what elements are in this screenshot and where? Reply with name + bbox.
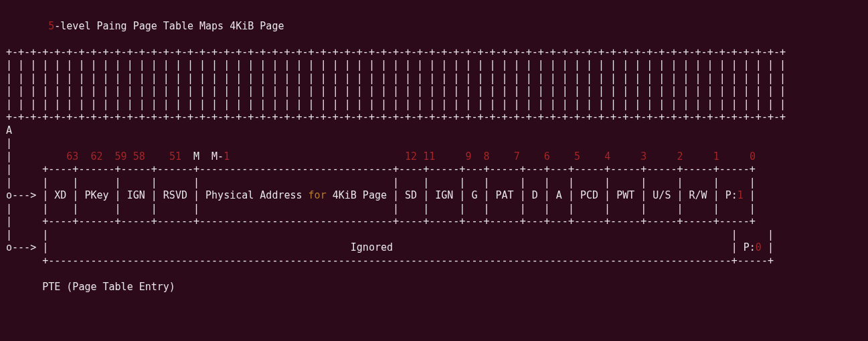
frame-bot: | +----+------+-----+------+------------… xyxy=(0,215,756,227)
title-line: 5-level Paing Page Table Maps 4KiB Page xyxy=(0,20,284,32)
frame-top: | +----+------+-----+------+------------… xyxy=(0,163,756,175)
title-leading-number: 5 xyxy=(48,20,54,32)
frame-mid: | | | | | | | | | | | | | | | | | | xyxy=(0,177,756,189)
grid-bot: +-+-+-+-+-+-+-+-+-+-+-+-+-+-+-+-+-+-+-+-… xyxy=(0,111,786,123)
pte-absent-row: o---> | Ignored | P:0 | xyxy=(0,241,774,253)
grid-row: | | | | | | | | | | | | | | | | | | | | … xyxy=(0,85,786,97)
terminal-output: 5-level Paing Page Table Maps 4KiB Page … xyxy=(0,0,868,294)
grid-row: | | | | | | | | | | | | | | | | | | | | … xyxy=(0,72,786,84)
title-text: -level Paing Page Table Maps 4KiB Page xyxy=(54,20,284,32)
anchor-A: A xyxy=(0,124,12,136)
last-rule: +---------------------------------------… xyxy=(0,255,774,267)
frame-mid: | | | | | | | | | | | | | | | | | | xyxy=(0,203,756,215)
grid-row: | | | | | | | | | | | | | | | | | | | | … xyxy=(0,59,786,71)
grid-row: | | | | | | | | | | | | | | | | | | | | … xyxy=(0,98,786,110)
gap-row: | | | | xyxy=(0,229,774,241)
grid-top: +-+-+-+-+-+-+-+-+-+-+-+-+-+-+-+-+-+-+-+-… xyxy=(0,46,786,58)
pte-present-row: o---> | XD | PKey | IGN | RSVD | Physica… xyxy=(0,189,756,201)
anchor-pipe: | xyxy=(0,137,12,149)
bit-index-row: | 63 62 59 58 51 M M-1 12 11 9 8 7 6 5 4… xyxy=(0,150,756,162)
footer-label: PTE (Page Table Entry) xyxy=(0,281,175,293)
